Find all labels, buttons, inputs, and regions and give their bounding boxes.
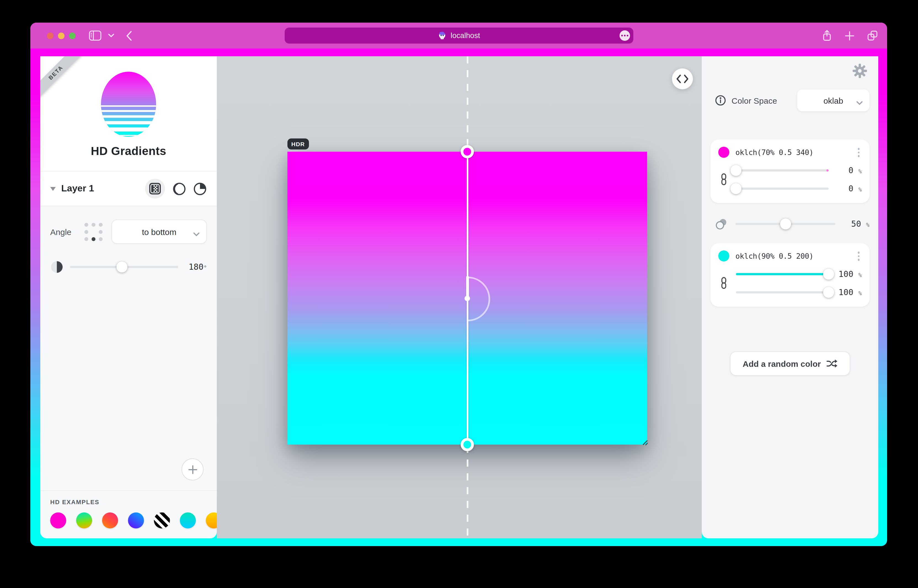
sidebar-toggle-icon[interactable] [89, 30, 102, 41]
browser-window: localhost BETA [30, 23, 887, 546]
add-random-color-button[interactable]: Add a random color [730, 351, 850, 376]
midpoint-row: 50 % [715, 218, 870, 230]
angle-slider[interactable] [70, 262, 178, 273]
slider-value: 100 [839, 269, 853, 279]
resize-corner-icon[interactable] [639, 437, 648, 448]
stop-slider-2[interactable] [736, 183, 829, 194]
favicon-skull-icon [438, 31, 447, 40]
color-stop-value[interactable]: oklch(70% 0.5 340) [735, 148, 813, 157]
link-icon[interactable] [718, 173, 729, 185]
color-panel: Color Space oklab oklch(70% 0.5 340) [702, 56, 878, 538]
layer-type-conic-button[interactable] [193, 182, 207, 195]
gradient-axis-dashed-bottom [467, 446, 468, 538]
example-swatch-pink-orange[interactable] [102, 512, 118, 528]
color-swatch[interactable] [718, 147, 729, 158]
settings-gear-icon[interactable] [852, 63, 867, 81]
back-icon[interactable] [126, 31, 132, 40]
direction-grid[interactable] [84, 223, 103, 241]
example-swatch-magenta[interactable] [50, 512, 66, 528]
color-space-value: oklab [823, 96, 843, 105]
angle-arc [466, 276, 491, 324]
pie-icon [193, 182, 207, 195]
slider-unit: % [858, 271, 862, 278]
gradient-end-handle[interactable] [461, 438, 474, 451]
example-swatch-bw-stripes[interactable] [154, 512, 170, 528]
page-background: BETA HD [30, 48, 887, 546]
slider-unit: % [858, 186, 862, 192]
tab-overview-icon[interactable] [867, 30, 878, 41]
color-swatch[interactable] [718, 251, 729, 262]
plus-icon [188, 465, 197, 474]
angle-slider-handle[interactable] [116, 262, 128, 273]
slider-handle[interactable] [823, 286, 834, 297]
chevron-down-icon[interactable] [108, 34, 114, 37]
titlebar: localhost [30, 23, 887, 48]
stop-slider-2[interactable] [736, 286, 829, 297]
midpoint-value: 50 [851, 219, 861, 229]
address-url: localhost [451, 31, 480, 40]
angle-dial-icon [50, 260, 63, 274]
canvas[interactable]: HDR [217, 56, 702, 538]
hdr-badge: HDR [288, 139, 309, 150]
example-swatch-yellow-orange[interactable] [206, 512, 217, 528]
gradient-axis-dashed-top [467, 56, 468, 151]
example-swatch-teal-green-orange[interactable] [76, 512, 92, 528]
stop-slider-1[interactable] [736, 268, 829, 279]
slider-value: 0 [849, 183, 853, 193]
screenshot: localhost BETA [0, 0, 918, 588]
info-icon[interactable] [715, 95, 726, 106]
collapse-triangle-icon[interactable] [50, 187, 56, 191]
midpoint-slider[interactable] [735, 218, 835, 229]
example-swatch-cyan[interactable] [180, 512, 196, 528]
midpoint-slider-handle[interactable] [780, 218, 791, 229]
angle-unit: ° [204, 265, 207, 271]
sphere-icon [172, 182, 186, 195]
layer-type-linear-button[interactable] [145, 179, 165, 199]
stop-slider-1[interactable] [736, 165, 829, 176]
slider-handle[interactable] [731, 183, 742, 194]
gradient-center-dot[interactable] [464, 296, 470, 301]
layer-name: Layer 1 [61, 183, 94, 194]
add-layer-button[interactable] [181, 459, 204, 480]
app-logo-sun [98, 71, 160, 140]
color-space-select[interactable]: oklab [797, 89, 870, 111]
chevron-down-icon [193, 229, 200, 238]
color-stop-card: oklch(70% 0.5 340) [711, 139, 870, 203]
slider-unit: % [858, 290, 862, 296]
new-tab-icon[interactable] [845, 31, 855, 40]
hd-examples-heading: HD EXAMPLES [50, 499, 217, 505]
hd-examples-row [50, 512, 217, 528]
direction-bottom-dot[interactable] [92, 237, 95, 241]
color-space-label: Color Space [732, 96, 777, 105]
share-icon[interactable] [821, 30, 832, 41]
address-bar[interactable]: localhost [284, 27, 633, 44]
zoom-button[interactable] [69, 32, 76, 39]
direction-value: to bottom [142, 227, 176, 236]
midpoint-icon [715, 218, 728, 230]
slider-handle[interactable] [731, 165, 742, 176]
checkered-square-icon [149, 183, 161, 195]
page-settings-icon[interactable] [619, 30, 630, 41]
traffic-lights [30, 32, 76, 39]
slider-handle[interactable] [823, 268, 834, 279]
kebab-menu-icon[interactable] [855, 250, 862, 262]
hd-examples-section: HD EXAMPLES [40, 490, 217, 538]
color-stop-value[interactable]: oklch(90% 0.5 200) [735, 252, 813, 261]
direction-select[interactable]: to bottom [112, 220, 207, 244]
color-stop-card: oklch(90% 0.5 200) [711, 243, 870, 307]
minimize-button[interactable] [58, 32, 65, 39]
link-icon[interactable] [718, 277, 729, 289]
show-code-button[interactable] [672, 68, 693, 89]
color-space-row: Color Space oklab [715, 89, 870, 111]
chevron-down-icon [856, 98, 863, 107]
add-random-color-label: Add a random color [743, 359, 821, 368]
app-title: HD Gradients [40, 144, 217, 158]
close-button[interactable] [47, 32, 53, 39]
example-swatch-blue-purple[interactable] [128, 512, 144, 528]
layer-settings: Angle to bottom [40, 206, 217, 490]
slider-value: 0 [849, 165, 853, 175]
beta-ribbon: BETA [40, 56, 84, 100]
gradient-start-handle[interactable] [461, 145, 474, 158]
layer-type-radial-button[interactable] [172, 182, 186, 195]
kebab-menu-icon[interactable] [855, 147, 862, 158]
